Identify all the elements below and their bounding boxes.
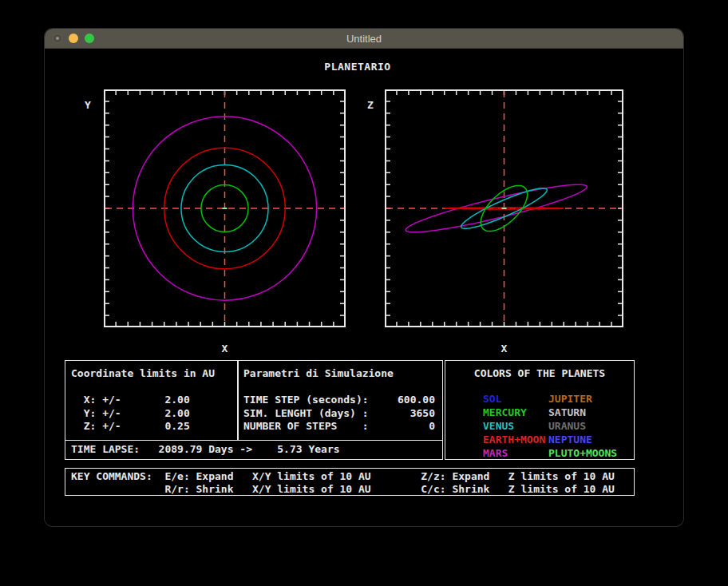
- planet-colors-panel: COLORS OF THE PLANETS SOL MERCURY VENUS …: [445, 360, 635, 460]
- legend-item-sol: SOL: [483, 394, 501, 405]
- x-limit-row: X: +/- 2.00: [71, 394, 190, 408]
- sim-length-value: 3650: [410, 408, 435, 422]
- time-lapse-text: TIME LAPSE: 2089.79 Days -> 5.73 Years: [71, 444, 340, 455]
- app-window: Untitled PLANETARIO Y X Z X Coordinate l…: [45, 29, 683, 526]
- minimize-button[interactable]: [69, 34, 78, 43]
- legend-item-mars: MARS: [483, 448, 508, 459]
- sim-length-row: SIM. LENGHT (days) : 3650: [243, 408, 435, 422]
- legend-item-pluto-moons: PLUTO+MOONS: [548, 448, 617, 459]
- close-button[interactable]: [53, 34, 62, 43]
- xz-x-axis-label: X: [385, 343, 623, 354]
- app-content: PLANETARIO Y X Z X Coordinate limits in …: [45, 49, 683, 526]
- simulation-params-rows: TIME STEP (seconds): 600.00 SIM. LENGHT …: [243, 394, 435, 434]
- xy-x-axis-label: X: [104, 343, 346, 354]
- number-of-steps-label: NUMBER OF STEPS :: [243, 421, 369, 434]
- zoom-button[interactable]: [85, 34, 94, 43]
- panel-divider-vertical: [237, 361, 239, 440]
- key-commands-line-1: KEY COMMANDS: E/e: Expand X/Y limits of …: [71, 471, 615, 484]
- z-axis-label: Z: [367, 100, 380, 111]
- limits-and-params-panel: Coordinate limits in AU X: +/- 2.00 Y: +…: [65, 360, 443, 460]
- window-title: Untitled: [346, 33, 382, 45]
- time-step-row: TIME STEP (seconds): 600.00: [243, 394, 435, 408]
- window-controls: [53, 34, 94, 43]
- key-commands-line-2: R/r: Shrink X/Y limits of 10 AU C/c: Shr…: [71, 484, 615, 497]
- time-step-label: TIME STEP (seconds):: [243, 394, 369, 408]
- xy-plot: [104, 89, 346, 327]
- desktop: { "window": { "title": "Untitled" }, "ap…: [0, 0, 728, 586]
- z-limit-row: Z: +/- 0.25: [71, 421, 190, 434]
- legend-item-earth-moon: EARTH+MOON: [483, 434, 545, 445]
- key-commands-panel: KEY COMMANDS: E/e: Expand X/Y limits of …: [65, 468, 635, 496]
- number-of-steps-row: NUMBER OF STEPS : 0: [243, 421, 435, 434]
- app-title: PLANETARIO: [45, 61, 671, 73]
- panel-divider-horizontal: [65, 440, 442, 441]
- y-axis-label: Y: [85, 100, 97, 111]
- legend-item-saturn: SATURN: [548, 407, 586, 418]
- legend-item-mercury: MERCURY: [483, 407, 527, 418]
- planet-colors-header: COLORS OF THE PLANETS: [445, 368, 634, 379]
- close-icon: [56, 37, 59, 40]
- legend-item-neptune: NEPTUNE: [548, 434, 592, 445]
- time-step-value: 600.00: [398, 394, 435, 408]
- titlebar[interactable]: Untitled: [45, 29, 683, 49]
- xz-plot: [385, 89, 623, 327]
- legend-item-venus: VENUS: [483, 421, 514, 432]
- y-limit-row: Y: +/- 2.00: [71, 408, 190, 422]
- coordinate-limits-rows: X: +/- 2.00 Y: +/- 2.00 Z: +/- 0.25: [71, 394, 190, 434]
- number-of-steps-value: 0: [429, 421, 435, 434]
- coordinate-limits-header: Coordinate limits in AU: [71, 368, 215, 379]
- legend-item-jupiter: JUPITER: [548, 394, 592, 405]
- simulation-params-header: Parametri di Simulazione: [243, 368, 394, 379]
- legend-item-uranus: URANUS: [548, 421, 586, 432]
- sim-length-label: SIM. LENGHT (days) :: [243, 408, 369, 422]
